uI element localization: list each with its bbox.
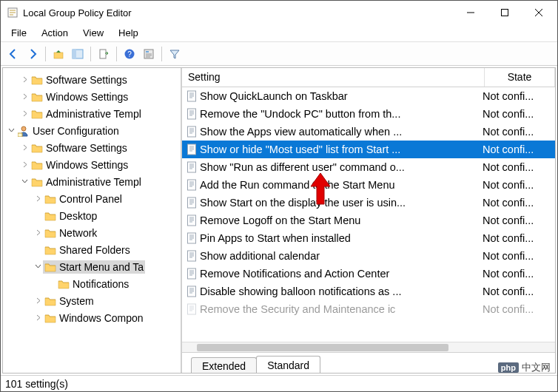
window-buttons xyxy=(454,1,556,24)
folder-icon xyxy=(44,210,56,222)
column-header-setting[interactable]: Setting xyxy=(182,68,485,87)
policy-item-icon xyxy=(186,179,197,191)
list-row[interactable]: Pin Apps to Start when installedNot conf… xyxy=(182,229,555,247)
folder-icon xyxy=(31,176,43,188)
tree-item[interactable]: Software Settings xyxy=(3,139,181,156)
setting-state: Not confi... xyxy=(483,303,551,315)
policy-item-icon xyxy=(186,268,197,280)
setting-name: Show QuickLaunch on Taskbar xyxy=(200,90,483,102)
help-button[interactable]: ? xyxy=(121,46,138,62)
toolbar-separator xyxy=(116,47,117,61)
expand-icon[interactable] xyxy=(19,161,30,168)
tab-standard[interactable]: Standard xyxy=(256,356,320,373)
expand-icon[interactable] xyxy=(33,229,43,236)
list-row[interactable]: Show "Run as different user" command o..… xyxy=(182,158,555,176)
expand-icon[interactable] xyxy=(19,93,30,100)
list-row[interactable]: Remove the "Undock PC" button from th...… xyxy=(182,105,555,123)
close-button[interactable] xyxy=(522,1,556,24)
expand-icon[interactable] xyxy=(19,76,30,83)
show-tree-button[interactable] xyxy=(70,46,86,62)
folder-icon xyxy=(58,278,70,290)
tree-item[interactable]: Shared Folders xyxy=(3,241,181,258)
tree-panel[interactable]: Software SettingsWindows SettingsAdminis… xyxy=(3,68,182,373)
tree-item-label: Windows Settings xyxy=(46,91,128,103)
column-header-state[interactable]: State xyxy=(485,68,555,87)
up-folder-button[interactable] xyxy=(50,46,67,62)
list-body[interactable]: Show QuickLaunch on TaskbarNot confi...R… xyxy=(182,87,555,342)
expand-icon[interactable] xyxy=(19,110,30,117)
svg-rect-9 xyxy=(146,51,149,53)
properties-button[interactable] xyxy=(141,46,157,62)
content-area: Software SettingsWindows SettingsAdminis… xyxy=(2,67,556,374)
back-button[interactable] xyxy=(5,46,21,62)
tree-item-label: Administrative Templ xyxy=(46,176,141,188)
export-button[interactable] xyxy=(95,46,112,62)
svg-rect-4 xyxy=(73,50,76,58)
tree-item[interactable]: Administrative Templ xyxy=(3,173,181,190)
folder-icon xyxy=(31,74,43,86)
policy-item-icon xyxy=(186,250,197,262)
setting-name: Show the Apps view automatically when ..… xyxy=(200,126,483,138)
list-row[interactable]: Show the Apps view automatically when ..… xyxy=(182,123,555,141)
setting-name: Remove the Security and Maintenance ic xyxy=(200,303,483,315)
expand-icon[interactable] xyxy=(33,314,43,321)
horizontal-scrollbar[interactable] xyxy=(182,342,555,352)
tree-item[interactable]: User Configuration xyxy=(3,122,181,139)
toolbar-separator xyxy=(161,47,162,61)
tree-item[interactable]: Start Menu and Ta xyxy=(3,258,181,275)
expand-icon[interactable] xyxy=(33,297,43,304)
tree-item-label: Control Panel xyxy=(59,193,122,205)
app-window: Local Group Policy Editor File Action Vi… xyxy=(0,0,558,392)
policy-item-icon xyxy=(186,143,197,155)
setting-state: Not confi... xyxy=(483,232,551,244)
tree-item[interactable]: Administrative Templ xyxy=(3,105,181,122)
menu-view[interactable]: View xyxy=(75,26,111,40)
tree-item-label: Administrative Templ xyxy=(46,108,141,120)
collapse-icon[interactable] xyxy=(6,127,16,134)
tree-item[interactable]: Notifications xyxy=(3,275,181,292)
maximize-button[interactable] xyxy=(488,1,522,24)
expand-icon[interactable] xyxy=(19,144,30,151)
tree-item[interactable]: Network xyxy=(3,224,181,241)
list-row[interactable]: Show Start on the display the user is us… xyxy=(182,194,555,212)
collapse-icon[interactable] xyxy=(19,178,30,185)
folder-icon xyxy=(44,312,56,324)
tree-item[interactable]: Windows Settings xyxy=(3,156,181,173)
setting-name: Show or hide "Most used" list from Start… xyxy=(200,143,483,155)
setting-state: Not confi... xyxy=(483,179,551,191)
list-row[interactable]: Show QuickLaunch on TaskbarNot confi... xyxy=(182,87,555,105)
policy-item-icon xyxy=(186,161,197,173)
tree-item[interactable]: Control Panel xyxy=(3,190,181,207)
setting-state: Not confi... xyxy=(483,285,551,297)
list-row[interactable]: Show or hide "Most used" list from Start… xyxy=(182,141,555,158)
tree-item[interactable]: System xyxy=(3,292,181,309)
svg-rect-5 xyxy=(100,50,106,58)
menu-action[interactable]: Action xyxy=(34,26,75,40)
forward-button[interactable] xyxy=(24,46,41,62)
tree-item[interactable]: Software Settings xyxy=(3,71,181,88)
tree-item[interactable]: Windows Settings xyxy=(3,88,181,105)
folder-icon xyxy=(44,193,56,205)
list-row[interactable]: Disable showing balloon notifications as… xyxy=(182,283,555,300)
list-row[interactable]: Show additional calendarNot confi... xyxy=(182,247,555,265)
tree-item[interactable]: Windows Compon xyxy=(3,309,181,326)
filter-button[interactable] xyxy=(167,46,183,62)
menu-help[interactable]: Help xyxy=(111,26,146,40)
list-row[interactable]: Add the Run command to the Start MenuNot… xyxy=(182,176,555,194)
statusbar: 101 setting(s) xyxy=(1,375,557,391)
tree-item[interactable]: Desktop xyxy=(3,207,181,224)
list-row[interactable]: Remove the Security and Maintenance icNo… xyxy=(182,300,555,318)
expand-icon[interactable] xyxy=(33,195,43,202)
tree-item-label: Desktop xyxy=(59,210,97,222)
list-row[interactable]: Remove Logoff on the Start MenuNot confi… xyxy=(182,212,555,229)
list-row[interactable]: Remove Notifications and Action CenterNo… xyxy=(182,265,555,283)
menu-file[interactable]: File xyxy=(4,26,34,40)
policy-item-icon xyxy=(186,285,197,297)
titlebar[interactable]: Local Group Policy Editor xyxy=(1,1,557,24)
tab-extended[interactable]: Extended xyxy=(191,357,257,373)
user-config-icon xyxy=(18,125,30,137)
collapse-icon[interactable] xyxy=(33,263,43,270)
app-icon xyxy=(7,7,19,18)
tree-item-label: User Configuration xyxy=(33,125,119,137)
minimize-button[interactable] xyxy=(454,1,488,24)
